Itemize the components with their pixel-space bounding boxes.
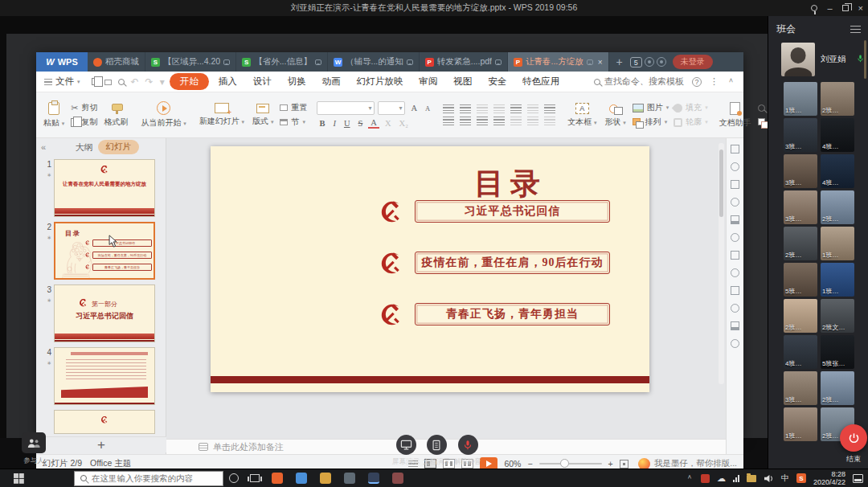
zoom-level[interactable]: 60% — [504, 459, 521, 469]
textbox-button[interactable]: A 文本框 ▾ — [563, 95, 600, 135]
side-tool-icon[interactable] — [731, 198, 739, 207]
line-spacing-icon[interactable] — [510, 104, 522, 113]
taskbar-app-generic[interactable] — [344, 473, 355, 484]
menu-review[interactable]: 审阅 — [411, 73, 445, 90]
numbering-icon[interactable] — [460, 104, 471, 113]
slide-thumbnail-5-partial[interactable] — [54, 410, 155, 434]
taskbar-app-browser[interactable] — [296, 473, 307, 484]
bold-button[interactable]: B — [317, 119, 327, 128]
menu-home[interactable]: 开始 — [170, 73, 209, 90]
participant-tile[interactable]: 2班… — [821, 190, 854, 224]
more-menu-icon[interactable]: ⋮ — [710, 76, 719, 87]
side-tool-icon[interactable] — [731, 145, 739, 153]
font-color-button[interactable]: A — [368, 118, 379, 129]
tray-s-app-icon[interactable]: S — [796, 473, 806, 483]
side-tool-icon[interactable] — [731, 233, 739, 242]
participant-tile[interactable]: 3班… — [784, 190, 817, 224]
menu-animation[interactable]: 动画 — [314, 73, 349, 90]
tab-count-badge[interactable]: 5 — [630, 57, 642, 68]
side-tool-icon[interactable] — [731, 321, 739, 330]
participant-tile[interactable]: 5班张… — [821, 335, 854, 369]
copy-button[interactable]: 复制 — [68, 117, 100, 128]
taskbar-app-generic[interactable] — [392, 473, 403, 484]
cut-button[interactable]: ✂ 剪切 — [68, 102, 100, 113]
history-icon[interactable] — [645, 57, 654, 67]
taskbar-app-wps[interactable] — [272, 473, 283, 484]
participants-button[interactable]: 参与人 — [11, 432, 56, 466]
menu-slideshow[interactable]: 幻灯片放映 — [349, 73, 411, 90]
distribute-icon[interactable] — [510, 117, 522, 125]
reset-button[interactable]: 重置 — [277, 102, 309, 113]
restore-button[interactable] — [842, 3, 849, 13]
zoom-out-button[interactable]: − — [527, 459, 532, 469]
pin-icon[interactable] — [811, 3, 817, 13]
slide-thumbnail-3[interactable]: 第一部分 习近平总书记回信 — [54, 284, 155, 342]
slides-tab[interactable]: 幻灯片 — [98, 140, 140, 154]
network-signal-icon[interactable] — [733, 475, 739, 482]
participant-tile[interactable]: 3班… — [784, 154, 817, 188]
help-icon[interactable]: ? — [692, 77, 702, 87]
member-list-icon[interactable] — [850, 26, 861, 33]
slide-thumbnail-4[interactable] — [54, 347, 155, 405]
theme-name[interactable]: Office 主题 — [90, 458, 131, 469]
side-tool-icon[interactable] — [731, 286, 739, 295]
participant-tile[interactable]: 1班… — [821, 227, 854, 260]
superscript-button[interactable]: X — [383, 119, 394, 128]
section-button[interactable]: 节 ▾ — [277, 117, 309, 128]
login-button[interactable]: 未登录 — [673, 55, 713, 69]
current-slide[interactable]: 目录 习近平总书记回信 疫情在前，重任在肩，90后在行动 青春正飞扬，青年勇担当 — [211, 146, 649, 392]
participant-tile[interactable]: 1班… — [821, 263, 854, 297]
preview-icon[interactable] — [115, 76, 128, 88]
print-icon[interactable] — [101, 76, 115, 88]
doc-assistant-button[interactable]: 文档助手 — [715, 95, 755, 135]
menu-insert[interactable]: 插入 — [211, 73, 245, 90]
menu-security[interactable]: 安全 — [480, 73, 514, 90]
tab-sheet-1[interactable]: S 【区域异...4.20 — [145, 52, 236, 72]
menu-special-apps[interactable]: 特色应用 — [514, 73, 567, 90]
file-menu[interactable]: 文件 ▾ — [36, 76, 88, 88]
start-button[interactable] — [0, 469, 37, 487]
participant-tile[interactable]: 2班… — [784, 299, 817, 333]
decrease-indent-icon[interactable] — [477, 104, 488, 113]
participant-tile[interactable]: 2班… — [784, 227, 817, 260]
close-button[interactable]: × — [858, 3, 863, 13]
bullets-icon[interactable] — [443, 104, 454, 113]
tray-app-icon[interactable] — [701, 474, 710, 483]
command-search[interactable]: 查找命令、搜索模板 — [594, 76, 684, 88]
task-view-button[interactable] — [244, 469, 265, 487]
participant-tile[interactable]: 2班… — [821, 371, 854, 405]
account-icon[interactable] — [657, 57, 666, 67]
align-top-icon[interactable] — [527, 117, 538, 125]
close-tab-icon[interactable]: × — [596, 58, 603, 67]
volume-icon[interactable] — [764, 474, 774, 483]
participant-tile[interactable]: 5班… — [784, 263, 817, 297]
side-tool-icon[interactable] — [731, 215, 739, 224]
taskbar-search[interactable] — [74, 471, 223, 486]
taskbar-clock[interactable]: 8:28 2020/4/22 — [813, 470, 845, 486]
unmute-button[interactable]: 解除静音 — [445, 435, 490, 467]
underline-button[interactable]: U — [342, 119, 353, 128]
collapse-ribbon-icon[interactable]: ＾ — [727, 76, 735, 88]
shrink-font-button[interactable]: A — [423, 104, 432, 113]
cortana-button[interactable] — [223, 469, 244, 487]
outline-tab[interactable]: 大纲 — [76, 141, 93, 153]
minimize-button[interactable]: – — [827, 3, 832, 13]
side-tool-icon[interactable] — [731, 268, 739, 277]
ime-indicator[interactable]: 中 — [781, 473, 789, 484]
justify-icon[interactable] — [493, 117, 505, 125]
action-center-icon[interactable] — [853, 474, 863, 483]
slide-thumbnail-1[interactable]: 让青春在党和人民最需要的地方绽放 — [54, 159, 155, 217]
arrange-button[interactable]: 排列 ▾ — [630, 117, 672, 128]
end-meeting-button[interactable]: 结束 — [829, 424, 868, 464]
redo-icon[interactable]: ↷ — [142, 76, 157, 88]
host-participant[interactable]: 刘亚娟 — [781, 42, 865, 77]
tab-pdf[interactable]: P 转发紧急....pdf — [420, 52, 508, 72]
tray-folder-icon[interactable] — [747, 475, 756, 482]
side-tool-icon[interactable] — [731, 251, 739, 260]
format-painter-button[interactable]: 格式刷 — [100, 95, 133, 135]
side-tool-icon[interactable] — [731, 180, 739, 189]
wps-logo-tab[interactable]: W WPS — [36, 52, 88, 72]
increase-indent-icon[interactable] — [493, 104, 505, 113]
play-from-current-button[interactable]: 从当前开始 ▾ — [137, 95, 190, 135]
italic-button[interactable]: I — [330, 119, 338, 128]
